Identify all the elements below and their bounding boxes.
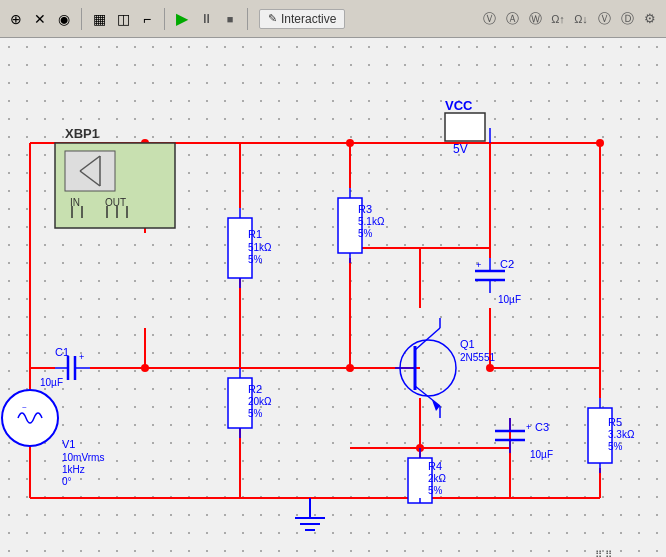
r1-tolerance: 5% (248, 254, 263, 265)
interactive-label: Interactive (281, 12, 336, 26)
r2-tolerance: 5% (248, 408, 263, 419)
svg-point-99 (2, 390, 58, 446)
r2-label: R2 (248, 383, 262, 395)
c1-value: 10µF (40, 377, 63, 388)
r5-label: R5 (608, 416, 622, 428)
c2-value: 10µF (498, 294, 521, 305)
r4-label: R4 (428, 460, 442, 472)
toolbar-icon-grid[interactable]: ▦ (89, 9, 109, 29)
svg-text:+: + (79, 352, 84, 362)
toolbar-separator-2 (164, 8, 165, 30)
svg-text:+: + (476, 260, 481, 270)
toolbar-icon-v2[interactable]: Ⓥ (594, 9, 614, 29)
toolbar-icon-angle[interactable]: ⌐ (137, 9, 157, 29)
toolbar-icon-tv[interactable]: Ω↑ (548, 9, 568, 29)
svg-point-22 (486, 364, 494, 372)
r4-tolerance: 5% (428, 485, 443, 496)
svg-text:~: ~ (22, 403, 27, 412)
toolbar-icon-target[interactable]: ◉ (54, 9, 74, 29)
r2-value: 20kΩ (248, 396, 272, 407)
schematic-svg: IN OUT + (0, 38, 666, 557)
r3-tolerance: 5% (358, 228, 373, 239)
c3-label: C3 (535, 421, 549, 433)
svg-text:+: + (526, 422, 531, 432)
toolbar-gear-icon[interactable]: ⚙ (640, 9, 660, 29)
c2-label: C2 (500, 258, 514, 270)
r3-value: 5.1kΩ (358, 216, 385, 227)
interactive-mode-badge[interactable]: ✎ Interactive (259, 9, 345, 29)
c3-value: 10µF (530, 449, 553, 460)
toolbar-icon-close[interactable]: ✕ (30, 9, 50, 29)
toolbar-play-button[interactable]: ▶ (172, 9, 192, 29)
toolbar-icon-omega[interactable]: Ω↓ (571, 9, 591, 29)
toolbar-icon-split[interactable]: ◫ (113, 9, 133, 29)
schematic-canvas[interactable]: IN OUT + (0, 38, 666, 557)
toolbar-icon-d1[interactable]: Ⓓ (617, 9, 637, 29)
toolbar: ⊕ ✕ ◉ ▦ ◫ ⌐ ▶ ⏸ ■ ✎ Interactive Ⓥ Ⓐ Ⓦ Ω↑… (0, 0, 666, 38)
toolbar-right-icons: Ⓥ Ⓐ Ⓦ Ω↑ Ω↓ Ⓥ Ⓓ ⚙ (479, 9, 660, 29)
r5-value: 3.3kΩ (608, 429, 635, 440)
r1-value: 51kΩ (248, 242, 272, 253)
svg-marker-95 (432, 400, 440, 411)
q1-label: Q1 (460, 338, 475, 350)
v1-phase: 0° (62, 476, 72, 487)
xbp1-label: XBP1 (65, 126, 99, 141)
c1-label: C1 (55, 346, 69, 358)
toolbar-icon-v1[interactable]: Ⓥ (479, 9, 499, 29)
toolbar-separator-1 (81, 8, 82, 30)
r3-label: R3 (358, 203, 372, 215)
pencil-icon: ✎ (268, 12, 277, 25)
r1-label: R1 (248, 228, 262, 240)
toolbar-icon-settings[interactable]: ⊕ (6, 9, 26, 29)
toolbar-icon-a1[interactable]: Ⓐ (502, 9, 522, 29)
svg-text:OUT: OUT (105, 197, 126, 208)
svg-rect-97 (445, 113, 485, 141)
v1-freq: 1kHz (62, 464, 85, 475)
q1-value: 2N5551 (460, 352, 495, 363)
noise-indicator: ⠿ ⠿ (595, 549, 612, 557)
toolbar-separator-3 (247, 8, 248, 30)
svg-rect-48 (65, 151, 115, 191)
toolbar-pause-button[interactable]: ⏸ (196, 9, 216, 29)
vcc-label: VCC (445, 98, 473, 113)
toolbar-icon-w1[interactable]: Ⓦ (525, 9, 545, 29)
svg-line-91 (415, 328, 440, 350)
v1-label: V1 (62, 438, 75, 450)
r5-tolerance: 5% (608, 441, 623, 452)
toolbar-stop-button[interactable]: ■ (220, 9, 240, 29)
v1-value: 10mVrms (62, 452, 104, 463)
r4-value: 2kΩ (428, 473, 447, 484)
vcc-value: 5V (453, 142, 468, 156)
